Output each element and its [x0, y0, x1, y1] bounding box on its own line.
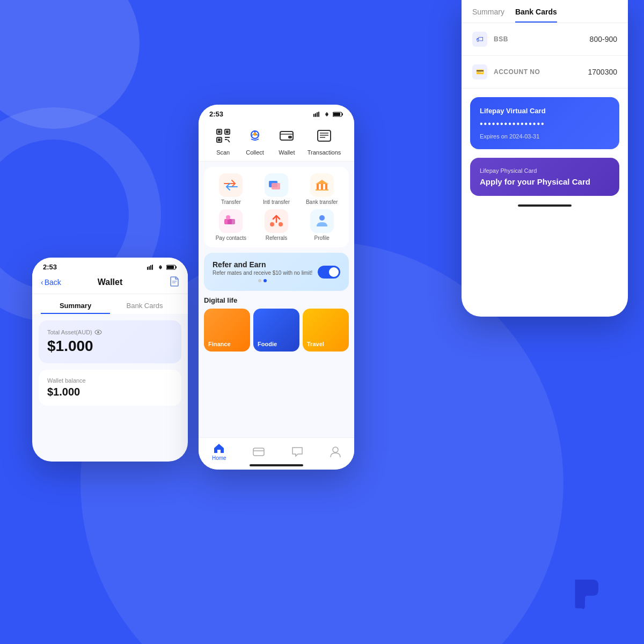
profile-icon — [310, 209, 334, 233]
services-grid: Transfer Intl transfer Bank transfer — [210, 173, 342, 241]
dot-2 — [264, 279, 267, 282]
document-icon[interactable] — [170, 276, 179, 289]
svg-rect-50 — [253, 448, 264, 456]
back-button[interactable]: ‹ Back — [41, 278, 61, 287]
account-row: 💳 ACCOUNT NO 1700300 — [462, 56, 628, 89]
pay-contacts-icon — [219, 209, 243, 233]
status-bar-left: 2:53 — [32, 258, 188, 273]
digital-card-foodie[interactable]: Foodie — [253, 309, 299, 352]
svg-rect-2 — [150, 265, 151, 270]
digital-card-travel[interactable]: Travel — [303, 309, 349, 352]
collect-icon — [244, 125, 266, 147]
svg-rect-40 — [321, 184, 323, 189]
nav-message[interactable] — [291, 447, 303, 457]
scan-icon — [212, 125, 235, 147]
tab-bank-cards-right[interactable]: Bank Cards — [515, 8, 557, 23]
svg-rect-32 — [288, 136, 292, 138]
svg-rect-12 — [313, 114, 314, 117]
account-label: ACCOUNT NO — [494, 68, 540, 76]
virtual-card[interactable]: Lifepay Virtual Card •••••••••••••••• Ex… — [470, 97, 619, 149]
svg-point-45 — [226, 215, 230, 219]
refer-toggle[interactable] — [318, 266, 340, 279]
nav-home-label: Home — [212, 455, 226, 461]
refer-title: Refer and Earn — [213, 260, 312, 269]
carousel-dots — [213, 276, 312, 283]
svg-rect-1 — [149, 266, 150, 270]
tab-bank-cards-left[interactable]: Bank Cards — [110, 298, 179, 314]
foodie-label: Foodie — [258, 341, 277, 347]
quick-action-wallet[interactable]: Wallet — [275, 125, 298, 156]
right-tabs: Summary Bank Cards — [462, 0, 628, 23]
svg-rect-42 — [316, 189, 328, 191]
svg-point-11 — [97, 331, 99, 333]
nav-profile[interactable] — [330, 446, 341, 458]
refer-card[interactable]: Refer and Earn Refer mates and receive $… — [204, 253, 349, 291]
svg-rect-18 — [342, 113, 343, 115]
intl-transfer-icon — [265, 173, 288, 197]
transfer-icon — [219, 173, 243, 197]
quick-action-scan[interactable]: Scan — [212, 125, 235, 156]
svg-rect-25 — [218, 138, 221, 141]
balance-label: Wallet balance — [47, 377, 173, 384]
svg-point-52 — [333, 447, 338, 452]
profile-label: Profile — [314, 235, 329, 241]
svg-rect-23 — [226, 130, 229, 133]
physical-card-title: Apply for your Physical Card — [480, 177, 610, 186]
svg-rect-38 — [272, 183, 280, 189]
referrals-label: Referrals — [266, 235, 288, 241]
svg-rect-31 — [280, 131, 293, 140]
bank-cards-panel: Summary Bank Cards 🏷 BSB 800-900 💳 ACCOU… — [462, 0, 628, 317]
status-icons-left — [147, 265, 177, 270]
digital-card-finance[interactable]: Finance — [204, 309, 250, 352]
svg-rect-44 — [228, 219, 235, 224]
bottom-indicator-right — [518, 204, 572, 207]
finance-label: Finance — [208, 341, 231, 347]
scan-label: Scan — [216, 149, 230, 156]
digital-grid: Finance Foodie Travel — [204, 309, 349, 352]
bsb-row: 🏷 BSB 800-900 — [462, 23, 628, 56]
collect-label: Collect — [246, 149, 264, 156]
wallet-phone: 2:53 ‹ Back Wallet Summary Bank Cards To… — [32, 258, 188, 462]
service-profile[interactable]: Profile — [301, 209, 342, 241]
nav-card[interactable] — [253, 447, 265, 457]
service-pay-contacts[interactable]: Pay contacts — [210, 209, 252, 241]
svg-point-49 — [319, 215, 325, 221]
intl-transfer-label: Intl transfer — [263, 199, 290, 205]
transactions-icon — [313, 125, 335, 147]
quick-action-collect[interactable]: Collect — [244, 125, 266, 156]
tab-summary-right[interactable]: Summary — [472, 8, 504, 23]
physical-card[interactable]: Lifepay Physical Card Apply for your Phy… — [470, 158, 619, 196]
refer-desc: Refer mates and receive $10 with no limi… — [213, 270, 312, 276]
virtual-card-expiry: Expires on 2024-03-31 — [480, 133, 610, 140]
tab-summary-left[interactable]: Summary — [41, 298, 110, 314]
svg-rect-15 — [318, 112, 319, 117]
bsb-left: 🏷 BSB — [472, 32, 508, 47]
service-transfer[interactable]: Transfer — [210, 173, 252, 205]
virtual-card-number: •••••••••••••••• — [480, 119, 610, 129]
bank-transfer-label: Bank transfer — [306, 199, 338, 205]
svg-line-28 — [228, 140, 230, 142]
status-time-center: 2:53 — [209, 110, 223, 118]
physical-card-subtitle: Lifepay Physical Card — [480, 167, 610, 174]
nav-home[interactable]: Home — [212, 442, 226, 461]
account-value: 1700300 — [588, 68, 617, 76]
svg-point-4 — [160, 266, 162, 268]
service-intl-transfer[interactable]: Intl transfer — [256, 173, 297, 205]
status-icons-center — [313, 112, 343, 117]
bsb-label: BSB — [494, 35, 508, 43]
svg-rect-6 — [175, 266, 177, 268]
wallet-tabs: Summary Bank Cards — [32, 294, 188, 314]
svg-rect-21 — [218, 130, 221, 133]
svg-rect-13 — [315, 113, 316, 117]
svg-point-47 — [279, 222, 283, 226]
service-bank-transfer[interactable]: Bank transfer — [301, 173, 342, 205]
service-referrals[interactable]: Referrals — [256, 209, 297, 241]
svg-rect-7 — [167, 266, 174, 269]
svg-point-16 — [326, 113, 328, 115]
quick-action-transactions[interactable]: Transactions — [308, 125, 341, 156]
svg-point-46 — [270, 222, 274, 226]
svg-rect-14 — [317, 112, 318, 117]
refer-content: Refer and Earn Refer mates and receive $… — [213, 260, 312, 283]
transfer-label: Transfer — [221, 199, 241, 205]
dot-1 — [258, 279, 261, 282]
